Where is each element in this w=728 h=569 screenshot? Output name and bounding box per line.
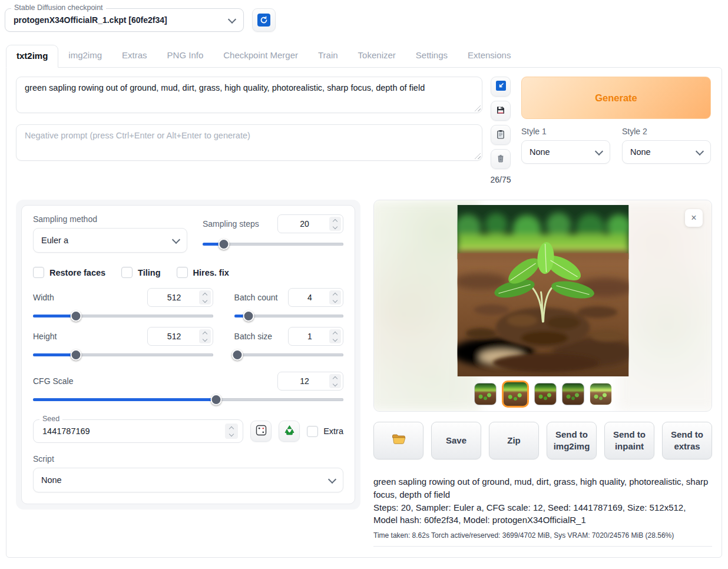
batch-count-input[interactable] bbox=[288, 288, 343, 307]
paste-clipboard-button[interactable] bbox=[491, 125, 511, 145]
width-slider[interactable] bbox=[33, 310, 213, 322]
save-style-icon bbox=[496, 105, 505, 117]
batch-size-slider[interactable] bbox=[234, 349, 343, 360]
batch-size-input[interactable] bbox=[288, 327, 343, 346]
stepper-icon[interactable] bbox=[329, 290, 341, 305]
thumbnail-strip bbox=[374, 381, 712, 408]
script-value: None bbox=[41, 475, 62, 485]
thumbnail-5[interactable] bbox=[590, 383, 612, 405]
thumbnail-2-selected[interactable] bbox=[502, 381, 529, 408]
checkpoint-select[interactable]: Stable Diffusion checkpoint protogenX34O… bbox=[5, 8, 244, 32]
batch-count-slider[interactable] bbox=[234, 310, 343, 322]
negative-prompt-input[interactable] bbox=[16, 124, 482, 161]
checkbox-icon[interactable] bbox=[33, 267, 44, 278]
style2-select[interactable]: None bbox=[622, 140, 711, 164]
prompt-tools-column: 26/75 bbox=[489, 77, 512, 184]
style1-value: None bbox=[530, 147, 550, 157]
generated-image[interactable] bbox=[457, 205, 628, 376]
thumbnail-3[interactable] bbox=[534, 383, 557, 405]
width-input[interactable] bbox=[147, 288, 213, 307]
checkbox-icon[interactable] bbox=[177, 267, 188, 278]
save-button[interactable]: Save bbox=[431, 422, 481, 459]
style1-label: Style 1 bbox=[521, 127, 610, 136]
tiling-checkbox[interactable]: Tiling bbox=[121, 267, 160, 278]
refresh-checkpoints-button[interactable] bbox=[252, 8, 276, 32]
style2-value: None bbox=[630, 147, 651, 157]
extra-seed-checkbox[interactable]: Extra bbox=[307, 426, 343, 437]
slider-thumb[interactable] bbox=[210, 394, 221, 405]
send-to-extras-button[interactable]: Send to extras bbox=[662, 422, 712, 459]
restore-faces-checkbox[interactable]: Restore faces bbox=[33, 267, 105, 278]
clear-prompt-button[interactable] bbox=[491, 149, 511, 169]
height-label: Height bbox=[33, 332, 57, 341]
sampling-steps-slider[interactable] bbox=[203, 239, 343, 250]
tab-txt2img[interactable]: txt2img bbox=[6, 45, 58, 68]
result-gallery: × bbox=[373, 200, 712, 412]
send-to-img2img-button[interactable]: Send to img2img bbox=[547, 422, 597, 459]
open-folder-button[interactable] bbox=[373, 422, 423, 459]
generate-button[interactable]: Generate bbox=[521, 77, 711, 119]
paste-params-button[interactable] bbox=[491, 77, 511, 97]
cfg-scale-slider[interactable] bbox=[33, 394, 343, 405]
thumbnail-1[interactable] bbox=[474, 383, 497, 405]
script-select[interactable]: None bbox=[33, 468, 343, 492]
slider-thumb[interactable] bbox=[71, 349, 82, 360]
prompt-input[interactable]: green sapling rowing out of ground, mud,… bbox=[16, 77, 482, 113]
seed-input[interactable]: Seed bbox=[33, 419, 243, 443]
hires-fix-checkbox[interactable]: Hires. fix bbox=[177, 267, 229, 278]
close-icon: × bbox=[691, 213, 696, 223]
tab-extensions[interactable]: Extensions bbox=[458, 45, 521, 68]
info-prompt-line: green sapling rowing out of ground, mud,… bbox=[373, 475, 712, 501]
stepper-icon[interactable] bbox=[329, 329, 341, 343]
batch-count-label: Batch count bbox=[234, 293, 278, 302]
settings-output-row: Sampling method Euler a Sampling steps bbox=[16, 200, 712, 547]
paste-params-icon bbox=[496, 81, 506, 92]
slider-thumb[interactable] bbox=[71, 310, 82, 322]
tab-settings[interactable]: Settings bbox=[406, 45, 458, 68]
top-bar: Stable Diffusion checkpoint protogenX34O… bbox=[0, 0, 728, 39]
random-seed-button[interactable] bbox=[250, 421, 272, 442]
tab-img2img[interactable]: img2img bbox=[58, 45, 112, 68]
save-style-button[interactable] bbox=[491, 101, 511, 121]
trash-icon bbox=[496, 154, 505, 165]
close-gallery-button[interactable]: × bbox=[685, 209, 703, 227]
stepper-icon[interactable] bbox=[199, 329, 211, 343]
checkpoint-label: Stable Diffusion checkpoint bbox=[11, 4, 106, 12]
stepper-icon[interactable] bbox=[329, 217, 341, 231]
tab-extras[interactable]: Extras bbox=[112, 45, 157, 68]
chevron-down-icon bbox=[696, 147, 704, 155]
style1-select[interactable]: None bbox=[521, 140, 610, 164]
width-label: Width bbox=[33, 293, 54, 302]
sampling-method-select[interactable]: Euler a bbox=[33, 228, 187, 253]
thumbnail-4[interactable] bbox=[562, 383, 584, 405]
slider-thumb[interactable] bbox=[232, 349, 243, 360]
tab-tokenizer[interactable]: Tokenizer bbox=[348, 45, 406, 68]
reuse-seed-button[interactable] bbox=[279, 421, 300, 442]
checkbox-icon[interactable] bbox=[307, 426, 318, 437]
tab-checkpoint-merger[interactable]: Checkpoint Merger bbox=[213, 45, 308, 68]
generate-column: Generate Style 1 None Style 2 None bbox=[521, 77, 711, 164]
output-buttons: Save Zip Send to img2img Send to inpaint… bbox=[373, 422, 712, 459]
stepper-icon[interactable] bbox=[225, 424, 238, 439]
batch-size-label: Batch size bbox=[234, 332, 273, 341]
cfg-scale-input[interactable] bbox=[277, 372, 343, 391]
tab-train[interactable]: Train bbox=[308, 45, 348, 68]
slider-thumb[interactable] bbox=[218, 239, 229, 250]
zip-button[interactable]: Zip bbox=[489, 422, 539, 459]
checkbox-icon[interactable] bbox=[121, 267, 133, 278]
style2-label: Style 2 bbox=[622, 127, 711, 136]
height-input[interactable] bbox=[147, 327, 213, 346]
send-to-inpaint-button[interactable]: Send to inpaint bbox=[604, 422, 654, 459]
stepper-icon[interactable] bbox=[329, 374, 341, 388]
stepper-icon[interactable] bbox=[199, 290, 211, 305]
refresh-icon bbox=[257, 14, 270, 27]
sampling-method-value: Euler a bbox=[41, 236, 68, 245]
height-slider[interactable] bbox=[33, 349, 213, 360]
sampling-steps-label: Sampling steps bbox=[203, 219, 259, 229]
sampling-steps-input[interactable] bbox=[277, 214, 343, 233]
slider-thumb[interactable] bbox=[243, 310, 254, 322]
clipboard-icon bbox=[496, 130, 505, 141]
tab-png-info[interactable]: PNG Info bbox=[157, 45, 214, 68]
sampling-method-label: Sampling method bbox=[33, 214, 187, 224]
main-tabs: txt2img img2img Extras PNG Info Checkpoi… bbox=[6, 45, 728, 68]
